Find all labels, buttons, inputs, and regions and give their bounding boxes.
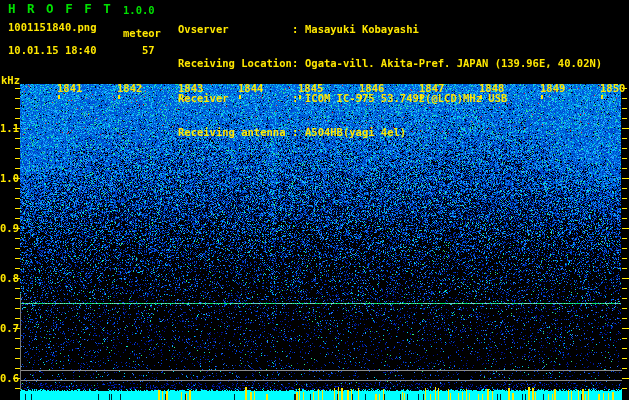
info-value: A504HB(yagi 4el) <box>305 126 406 138</box>
hrofft-screen: H R O F F T 1.0.0 1001151840.png meteor … <box>0 0 629 400</box>
info-row-observer: Ovserver:Masayuki Kobayashi <box>178 24 602 37</box>
app-version: 1.0.0 <box>123 5 155 16</box>
y-tick-label: 1.0 <box>0 173 13 183</box>
x-tick-label: 1842 <box>117 83 142 93</box>
info-value: Ogata-vill. Akita-Pref. JAPAN (139.96E, … <box>305 57 602 69</box>
x-tick-label: 1846 <box>359 83 384 93</box>
info-value: Masayuki Kobayashi <box>305 23 419 35</box>
info-colon: : <box>292 93 300 104</box>
x-tick-label: 1847 <box>419 83 444 93</box>
date-time: 10.01.15 18:40 <box>8 45 97 56</box>
mode-label: meteor <box>123 28 161 39</box>
x-tick-label: 1850 <box>600 83 625 93</box>
y-tick-label: 0.9 <box>0 223 13 233</box>
info-colon: : <box>292 58 300 69</box>
y-axis-unit-label: kHz <box>1 75 20 86</box>
meteor-count: 57 <box>142 45 155 56</box>
app-title: H R O F F T <box>8 3 113 16</box>
info-value: ICOM IC-575 53.7492(@LCD)MHz USB <box>305 92 507 104</box>
info-colon: : <box>292 24 300 35</box>
info-label: Ovserver <box>178 24 292 35</box>
x-tick-label: 1845 <box>298 83 323 93</box>
x-tick-label: 1848 <box>479 83 504 93</box>
info-label: Receiving antenna <box>178 127 292 138</box>
info-row-antenna: Receiving antenna:A504HB(yagi 4el) <box>178 127 602 140</box>
y-tick-label: 0.8 <box>0 273 13 283</box>
info-row-location: Receiving Location:Ogata-vill. Akita-Pre… <box>178 58 602 71</box>
info-colon: : <box>292 127 300 138</box>
y-tick-label: 0.7 <box>0 323 13 333</box>
y-tick-label: 1.1 <box>0 123 13 133</box>
x-tick-label: 1841 <box>57 83 82 93</box>
x-tick-label: 1849 <box>540 83 565 93</box>
info-row-receiver: Receiver:ICOM IC-575 53.7492(@LCD)MHz US… <box>178 93 602 106</box>
info-label: Receiver <box>178 93 292 104</box>
output-filename: 1001151840.png <box>8 22 97 33</box>
x-tick-label: 1843 <box>178 83 203 93</box>
y-tick-label: 0.6 <box>0 373 13 383</box>
info-label: Receiving Location <box>178 58 292 69</box>
x-tick-label: 1844 <box>238 83 263 93</box>
